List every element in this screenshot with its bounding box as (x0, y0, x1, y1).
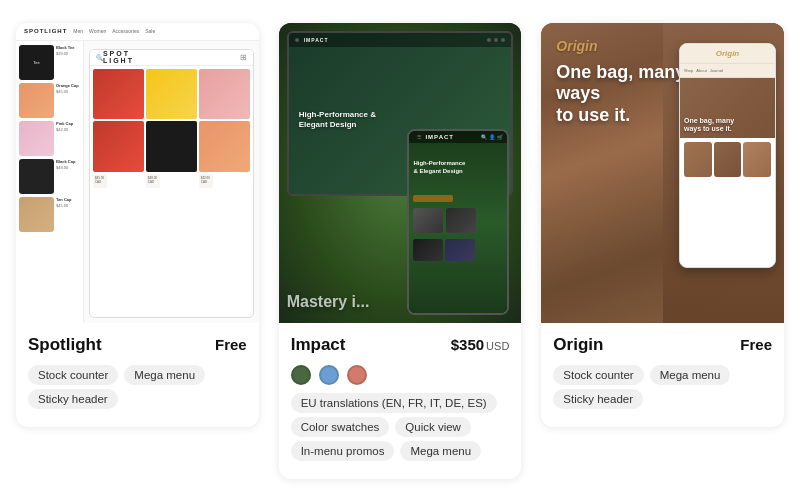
impact-nav-icon3 (501, 38, 505, 42)
origin-text-overlay: Origin One bag, many ways to use it. (556, 38, 687, 127)
impact-title: Impact (291, 335, 346, 355)
impact-preview: IMPACT High-Performance & Elegant Design (279, 23, 522, 323)
inner-grid-item: $42.00 CAD (199, 174, 213, 188)
inner-grid-item (93, 69, 144, 120)
spotlight-nav-link: Men (73, 28, 83, 34)
origin-card-info: Origin Free Stock counter Mega menu Stic… (541, 323, 784, 427)
color-dot-coral[interactable] (347, 365, 367, 385)
impact-nav-icon2 (494, 38, 498, 42)
spotlight-nav-link: Women (89, 28, 106, 34)
inner-grid-item (146, 69, 197, 120)
origin-mobile-nav: Shop About Journal (680, 64, 775, 78)
origin-mobile: Origin Shop About Journal One bag, many … (679, 43, 776, 268)
impact-mobile-logo: IMPACT (425, 134, 454, 140)
color-dot-blue[interactable] (319, 365, 339, 385)
origin-preview: Origin One bag, many ways to use it. Ori… (541, 23, 784, 323)
spotlight-card: SPOTLIGHT Men Women Accessories Sale Tee (16, 23, 259, 427)
inner-grid-item (199, 69, 250, 120)
spotlight-sidebar: Tee Black Tee $29.00 Orange Cap $45 (16, 41, 84, 323)
sidebar-prod-info: Orange Cap $45.00 (56, 83, 80, 118)
sidebar-row: Tan Cap $45.00 (19, 197, 80, 232)
spotlight-title: Spotlight (28, 335, 102, 355)
tag-sticky-header-origin: Sticky header (553, 389, 643, 409)
origin-mobile-products (680, 138, 775, 181)
inner-product-grid: $45.00 CAD $48.00 CAD $42.00 CAD (90, 66, 253, 192)
sidebar-prod-name: Tan Cap (56, 197, 80, 202)
impact-mastery-text: Mastery i... (287, 293, 370, 311)
impact-mobile-headline: High-Performance & Elegant Design (413, 160, 465, 174)
inner-logo-icon: 🔍 (96, 54, 103, 61)
spotlight-nav-link: Sale (145, 28, 155, 34)
spotlight-tags-row-2: Sticky header (28, 389, 247, 409)
origin-mobile-hero: One bag, many ways to use it. (680, 78, 775, 138)
spotlight-full-mockup: SPOTLIGHT Men Women Accessories Sale Tee (16, 23, 259, 323)
sidebar-prod-info: Tan Cap $45.00 (56, 197, 80, 232)
tag-stock-counter-origin: Stock counter (553, 365, 643, 385)
origin-product-2 (714, 142, 742, 177)
impact-full-mockup: IMPACT High-Performance & Elegant Design (279, 23, 522, 323)
sidebar-row: Orange Cap $45.00 (19, 83, 80, 118)
inner-nav-icon: ⊞ (240, 53, 247, 62)
spotlight-main: 🔍 SPOTLIGHT ⊞ (84, 41, 259, 323)
origin-headline: One bag, many ways to use it. (556, 62, 687, 127)
origin-card: Origin One bag, many ways to use it. Ori… (541, 23, 784, 427)
inner-grid-item (93, 121, 144, 172)
tag-mega-menu: Mega menu (124, 365, 205, 385)
sidebar-prod-info: Black Tee $29.00 (56, 45, 80, 80)
sidebar-row: Pink Cap $42.00 (19, 121, 80, 156)
origin-title: Origin (553, 335, 603, 355)
tag-in-menu-promos: In-menu promos (291, 441, 395, 461)
impact-tags-row-3: In-menu promos Mega menu (291, 441, 510, 461)
sidebar-prod-price: $29.00 (56, 51, 80, 56)
sidebar-row: Tee Black Tee $29.00 (19, 45, 80, 80)
sidebar-prod-info: Pink Cap $42.00 (56, 121, 80, 156)
spotlight-price: Free (215, 336, 247, 353)
tag-mega-menu-origin: Mega menu (650, 365, 731, 385)
impact-speaker-thumb (446, 208, 476, 233)
sidebar-prod-price: $45.00 (56, 89, 80, 94)
impact-mobile: ☰ IMPACT 🔍 👤 🛒 High-Performance (407, 129, 509, 315)
origin-full-mockup: Origin One bag, many ways to use it. Ori… (541, 23, 784, 323)
inner-nav: 🔍 SPOTLIGHT ⊞ (90, 50, 253, 66)
tag-color-swatches: Color swatches (291, 417, 390, 437)
impact-nav-dot (295, 38, 299, 42)
tag-stock-counter: Stock counter (28, 365, 118, 385)
impact-color-dots (291, 365, 510, 385)
spotlight-tags-row: Stock counter Mega menu (28, 365, 247, 385)
sidebar-prod-price: $45.00 (56, 203, 80, 208)
inner-grid-item: $48.00 CAD (146, 174, 160, 188)
impact-mobile-nav: ☰ IMPACT 🔍 👤 🛒 (409, 131, 507, 143)
impact-mobile-hero: High-Performance & Elegant Design (409, 143, 507, 193)
spotlight-nav: SPOTLIGHT Men Women Accessories Sale (16, 23, 259, 41)
impact-nav-icon (487, 38, 491, 42)
tag-quick-view: Quick view (395, 417, 471, 437)
sidebar-prod-name: Black Cap (56, 159, 80, 164)
origin-price: Free (740, 336, 772, 353)
impact-mobile-inner: ☰ IMPACT 🔍 👤 🛒 High-Performance (409, 131, 507, 313)
impact-price: $350USD (451, 336, 510, 353)
impact-tags-row-1: EU translations (EN, FR, IT, DE, ES) (291, 393, 510, 413)
origin-title-row: Origin Free (553, 335, 772, 355)
spotlight-layout: Tee Black Tee $29.00 Orange Cap $45 (16, 41, 259, 323)
impact-title-row: Impact $350USD (291, 335, 510, 355)
origin-product-3 (743, 142, 771, 177)
cards-container: SPOTLIGHT Men Women Accessories Sale Tee (16, 23, 784, 479)
sidebar-prod-info: Black Cap $48.00 (56, 159, 80, 194)
tag-eu-translations: EU translations (EN, FR, IT, DE, ES) (291, 393, 497, 413)
impact-card: IMPACT High-Performance & Elegant Design (279, 23, 522, 479)
spotlight-nav-link: Accessories (112, 28, 139, 34)
impact-headphones-thumb (413, 208, 443, 233)
impact-product-row (409, 204, 507, 237)
origin-mobile-headline: One bag, many ways to use it. (684, 117, 734, 134)
sidebar-prod-name: Black Tee (56, 45, 80, 50)
inner-grid-item (199, 121, 250, 172)
origin-mobile-logo: Origin (716, 49, 740, 58)
spotlight-card-info: Spotlight Free Stock counter Mega menu S… (16, 323, 259, 427)
impact-card-info: Impact $350USD EU translations (EN, FR, … (279, 323, 522, 479)
sidebar-prod-price: $48.00 (56, 165, 80, 170)
inner-logo: SPOTLIGHT (103, 50, 134, 64)
spotlight-title-row: Spotlight Free (28, 335, 247, 355)
inner-grid-item (146, 121, 197, 172)
color-dot-green[interactable] (291, 365, 311, 385)
sidebar-prod-price: $42.00 (56, 127, 80, 132)
